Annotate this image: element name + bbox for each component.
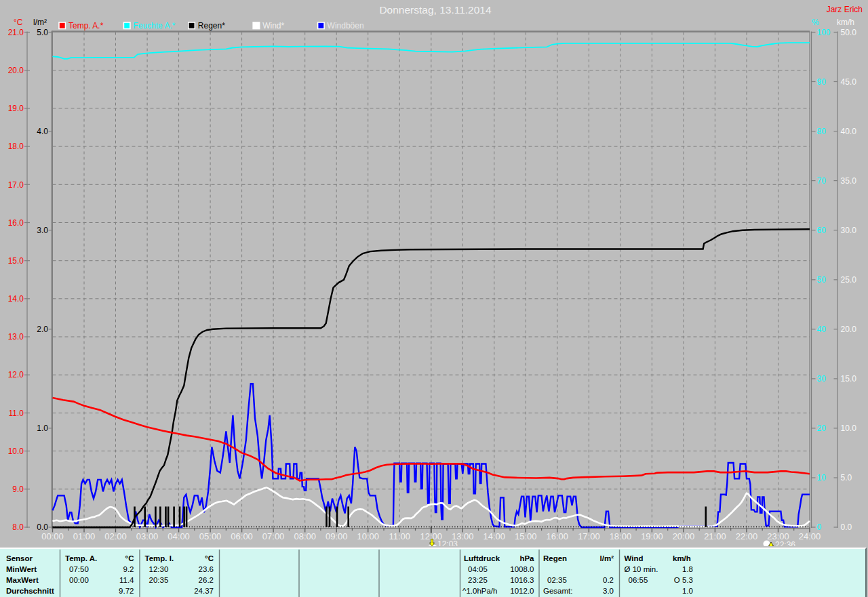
svg-text:45.0: 45.0 (841, 77, 857, 87)
svg-text:Wind: Wind (625, 554, 644, 562)
svg-text:1008.0: 1008.0 (510, 565, 534, 573)
svg-text:00:00: 00:00 (41, 531, 64, 541)
svg-text:°C: °C (14, 18, 23, 27)
svg-text:18:00: 18:00 (610, 531, 632, 541)
svg-text:9.0: 9.0 (12, 485, 24, 494)
svg-text:19.0: 19.0 (8, 104, 24, 113)
svg-text:Donnerstag, 13.11.2014: Donnerstag, 13.11.2014 (379, 4, 492, 16)
svg-text:°C: °C (205, 554, 214, 562)
svg-text:11.4: 11.4 (119, 576, 134, 584)
svg-text:Temp. I.: Temp. I. (145, 554, 174, 562)
svg-text:Feuchte A.*: Feuchte A.* (133, 21, 175, 30)
svg-text:70: 70 (817, 176, 827, 186)
svg-text:03:00: 03:00 (136, 531, 159, 541)
svg-text:90: 90 (817, 77, 827, 87)
svg-text:07:50: 07:50 (69, 565, 89, 573)
svg-text:07:00: 07:00 (262, 531, 285, 541)
svg-text:MaxWert: MaxWert (6, 576, 39, 584)
svg-text:24:00: 24:00 (799, 531, 821, 541)
svg-text:24.37: 24.37 (194, 587, 214, 595)
svg-text:Temp. A.: Temp. A. (65, 554, 97, 562)
svg-text:Sensor: Sensor (6, 554, 33, 562)
svg-text:9.72: 9.72 (119, 587, 134, 595)
svg-text:06:55: 06:55 (629, 576, 648, 584)
svg-text:13.0: 13.0 (8, 332, 24, 342)
svg-text:18.0: 18.0 (8, 142, 24, 151)
svg-text:10.0: 10.0 (8, 447, 24, 456)
svg-text:23:25: 23:25 (468, 576, 488, 584)
svg-text:10:00: 10:00 (357, 531, 379, 541)
svg-text:80: 80 (817, 127, 827, 136)
svg-text:km/h: km/h (673, 554, 691, 562)
svg-text:0.2: 0.2 (603, 576, 614, 584)
svg-text:15.0: 15.0 (841, 374, 857, 384)
svg-text:9.2: 9.2 (123, 565, 134, 573)
svg-text:11.0: 11.0 (9, 409, 24, 418)
svg-text:Gesamt:: Gesamt: (543, 587, 572, 595)
svg-text:26.2: 26.2 (199, 576, 214, 584)
svg-text:50: 50 (817, 275, 827, 285)
svg-text:hPa: hPa (519, 554, 534, 562)
svg-text:1.0: 1.0 (682, 587, 693, 595)
svg-text:20:00: 20:00 (673, 531, 695, 541)
svg-text:Ø 10 min.: Ø 10 min. (625, 565, 658, 573)
svg-text:10: 10 (817, 473, 827, 482)
svg-text:30.0: 30.0 (841, 226, 857, 235)
svg-text:5.0: 5.0 (841, 473, 852, 482)
svg-text:14:00: 14:00 (484, 531, 506, 541)
svg-text:30: 30 (817, 374, 827, 384)
svg-text:17:00: 17:00 (578, 531, 600, 541)
svg-text:20: 20 (817, 424, 827, 433)
svg-text:20:35: 20:35 (149, 576, 169, 584)
svg-text:^1.0hPa/h: ^1.0hPa/h (462, 587, 497, 595)
svg-text:12:30: 12:30 (149, 565, 169, 573)
svg-text:1012.0: 1012.0 (510, 587, 534, 595)
svg-text:4.0: 4.0 (37, 127, 48, 136)
svg-text:25.0: 25.0 (841, 275, 857, 285)
svg-text:02:35: 02:35 (547, 576, 567, 584)
svg-text:l/m²: l/m² (33, 18, 47, 27)
svg-text:50.0: 50.0 (841, 28, 857, 37)
svg-text:Regen: Regen (543, 554, 567, 562)
svg-text:5.0: 5.0 (37, 28, 48, 37)
svg-text:21:00: 21:00 (704, 531, 726, 541)
svg-text:1.0: 1.0 (37, 424, 48, 433)
svg-text:15.0: 15.0 (8, 256, 24, 266)
svg-text:02:00: 02:00 (104, 531, 127, 541)
svg-text:1.8: 1.8 (682, 565, 693, 573)
svg-text:15:00: 15:00 (515, 531, 537, 541)
svg-text:l/m²: l/m² (600, 554, 614, 562)
svg-text:60: 60 (817, 226, 827, 235)
svg-text:19:00: 19:00 (641, 531, 663, 541)
svg-text:100: 100 (817, 28, 831, 37)
svg-text:17.0: 17.0 (8, 180, 24, 190)
svg-text:2.0: 2.0 (37, 325, 48, 334)
svg-text:1016.3: 1016.3 (510, 576, 534, 584)
svg-text:09:00: 09:00 (326, 531, 348, 541)
svg-text:°C: °C (125, 554, 134, 562)
svg-text:22:00: 22:00 (736, 531, 758, 541)
svg-text:23.6: 23.6 (199, 565, 214, 573)
svg-text:35.0: 35.0 (841, 176, 857, 186)
svg-text:0.0: 0.0 (841, 522, 852, 532)
svg-text:Durchschnitt: Durchschnitt (6, 587, 54, 595)
svg-text:08:00: 08:00 (294, 531, 316, 541)
svg-text:01:00: 01:00 (73, 531, 96, 541)
svg-text:21.0: 21.0 (8, 28, 24, 37)
svg-text:11:00: 11:00 (389, 531, 410, 541)
svg-text:Wind*: Wind* (262, 21, 284, 30)
svg-text:Windböen: Windböen (328, 21, 364, 30)
svg-text:MinWert: MinWert (6, 565, 37, 573)
svg-text:00:00: 00:00 (69, 576, 89, 584)
svg-text:16.0: 16.0 (8, 218, 24, 228)
svg-text:40.0: 40.0 (841, 127, 857, 136)
svg-text:40: 40 (817, 325, 827, 334)
svg-text:20.0: 20.0 (841, 325, 857, 334)
svg-text:8.0: 8.0 (12, 522, 24, 532)
svg-text:Jarz Erich: Jarz Erich (827, 5, 863, 14)
svg-text:10.0: 10.0 (841, 424, 857, 433)
svg-text:Regen*: Regen* (198, 21, 225, 30)
svg-text:Luftdruck: Luftdruck (464, 554, 500, 562)
svg-text:Temp. A.*: Temp. A.* (68, 21, 104, 30)
svg-text:06:00: 06:00 (231, 531, 253, 541)
